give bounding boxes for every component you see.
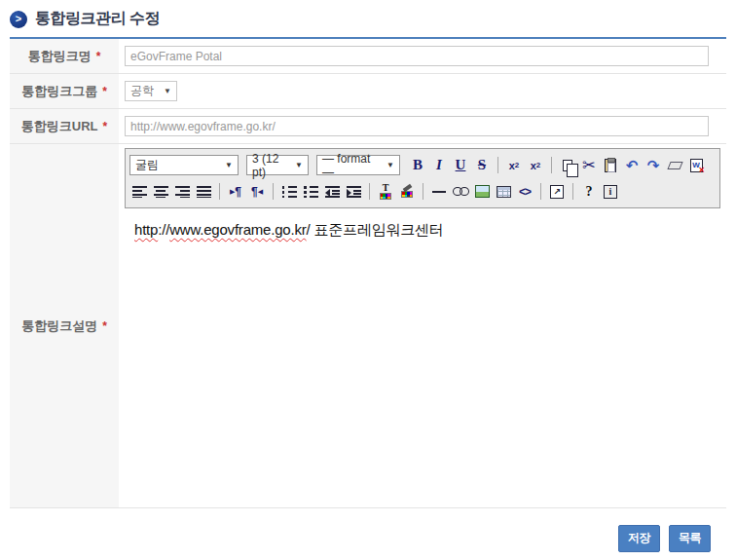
content-text-center-name: 표준프레임워크센터 (311, 221, 444, 238)
toolbar-separator (572, 183, 573, 200)
paragraph-format-select[interactable]: — format — ▼ (316, 155, 400, 175)
subscript-mark: 2 (515, 161, 519, 169)
link-group-selected-option: 공학 (130, 83, 154, 99)
toolbar-separator (273, 183, 274, 200)
link-name-label: 통합링크명 (28, 48, 92, 65)
toolbar-separator (540, 183, 541, 200)
paste-icon[interactable] (601, 155, 620, 175)
page-header: > 통합링크관리 수정 (10, 9, 160, 29)
word-x-mark: × (699, 165, 705, 175)
link-description-label: 통합링크설명 (21, 317, 97, 335)
chevron-down-icon: ▼ (164, 87, 171, 95)
editor-toolbar-row-1: 굴림 ▼ 3 (12 pt) ▼ — format — ▼ (129, 152, 716, 178)
copy-icon[interactable] (558, 155, 577, 175)
form-row-link-url: 통합링크URL * (10, 109, 726, 144)
source-code-icon[interactable]: <> (515, 181, 534, 202)
horizontal-rule-icon[interactable] (429, 181, 449, 202)
action-buttons: 저장 목록 (618, 525, 711, 552)
font-size-value: 3 (12 pt) (252, 152, 290, 179)
link-group-label: 통합링크그룹 (21, 83, 97, 100)
toolbar-separator (369, 183, 370, 200)
link-url-label: 통합링크URL (21, 118, 98, 135)
background-color-icon[interactable] (397, 181, 417, 202)
italic-icon[interactable]: I (429, 155, 449, 175)
ordered-list-icon[interactable] (279, 181, 299, 202)
chevron-down-icon: ▼ (295, 161, 303, 169)
rtl-direction-icon[interactable]: ¶◀ (247, 181, 267, 202)
justify-icon[interactable] (194, 181, 213, 202)
remove-format-icon[interactable] (665, 155, 684, 175)
link-name-value-cell (119, 39, 726, 73)
rtl-triangle: ◀ (258, 188, 263, 196)
about-icon[interactable]: i (601, 181, 620, 202)
link-name-label-cell: 통합링크명 * (10, 39, 119, 73)
form-row-link-description: 통합링크설명 * 굴림 ▼ 3 (12 pt) (10, 144, 726, 508)
outdent-icon[interactable] (322, 181, 342, 202)
toolbar-separator (551, 157, 552, 173)
link-url-label-cell: 통합링크URL * (10, 109, 119, 143)
toolbar-separator (219, 183, 220, 200)
cut-icon[interactable]: ✂ (579, 155, 599, 175)
align-center-icon[interactable] (151, 181, 170, 202)
insert-image-icon[interactable] (472, 181, 492, 202)
clean-word-html-icon[interactable]: W× (686, 155, 706, 175)
required-mark: * (102, 319, 107, 333)
font-size-select[interactable]: 3 (12 pt) ▼ (246, 155, 309, 175)
link-name-input[interactable] (125, 46, 709, 66)
subscript-icon[interactable]: x2 (504, 155, 524, 175)
undo-icon[interactable]: ↶ (622, 155, 642, 175)
title-bullet-icon: > (10, 11, 27, 28)
underline-icon[interactable]: U (451, 155, 470, 175)
font-family-value: 굴림 (135, 157, 159, 173)
popup-editor-icon[interactable]: ↗ (547, 181, 567, 202)
link-url-input[interactable] (125, 116, 709, 136)
form-row-link-name: 통합링크명 * (10, 39, 726, 74)
required-mark: * (96, 50, 101, 63)
list-button[interactable]: 목록 (669, 525, 711, 552)
content-text-http: http (134, 221, 158, 238)
chevron-down-icon: ▼ (386, 161, 394, 169)
form-row-link-group: 통합링크그룹 * 공학 ▼ (10, 74, 726, 109)
link-edit-form: 통합링크명 * 통합링크그룹 * 공학 ▼ 통합링크URL (10, 37, 726, 508)
strikethrough-icon[interactable]: S (472, 155, 492, 175)
align-left-icon[interactable] (129, 181, 149, 202)
content-text-scheme-sep: :// (158, 221, 169, 238)
font-family-select[interactable]: 굴림 ▼ (129, 155, 239, 175)
toolbar-separator (497, 157, 498, 173)
link-description-value-cell: 굴림 ▼ 3 (12 pt) ▼ — format — ▼ (119, 144, 726, 507)
rich-text-editor: 굴림 ▼ 3 (12 pt) ▼ — format — ▼ (125, 148, 720, 501)
editor-toolbar: 굴림 ▼ 3 (12 pt) ▼ — format — ▼ (125, 148, 720, 208)
rtl-pilcrow: ¶ (251, 185, 258, 199)
save-button[interactable]: 저장 (618, 525, 660, 552)
toolbar-separator (423, 183, 423, 200)
bold-icon[interactable]: B (408, 155, 427, 175)
link-group-value-cell: 공학 ▼ (119, 74, 726, 108)
indent-icon[interactable] (344, 181, 363, 202)
paragraph-format-value: — format — (322, 152, 382, 179)
editor-toolbar-row-2: ▶¶ ¶◀ T (129, 178, 716, 205)
superscript-icon[interactable]: x2 (526, 155, 545, 175)
link-url-value-cell (119, 109, 726, 143)
link-edit-page: > 통합링크관리 수정 통합링크명 * 통합링크그룹 * 공학 ▼ (0, 0, 736, 560)
chevron-down-icon: ▼ (225, 161, 233, 169)
text-color-icon[interactable]: T (376, 181, 395, 202)
unordered-list-icon[interactable] (301, 181, 320, 202)
align-right-icon[interactable] (172, 181, 192, 202)
ltr-pilcrow: ¶ (235, 185, 241, 199)
required-mark: * (102, 85, 107, 98)
content-text-domain: www.egovframe.go.kr (169, 221, 306, 238)
superscript-mark: 2 (536, 161, 540, 169)
page-title: 통합링크관리 수정 (35, 9, 160, 29)
redo-icon[interactable]: ↷ (644, 155, 663, 175)
link-description-label-cell: 통합링크설명 * (10, 144, 119, 507)
help-icon[interactable]: ? (579, 181, 599, 202)
link-group-select[interactable]: 공학 ▼ (125, 81, 177, 101)
ltr-direction-icon[interactable]: ▶¶ (226, 181, 245, 202)
insert-link-icon[interactable] (451, 181, 470, 202)
text-color-letter: T (383, 183, 389, 193)
link-group-label-cell: 통합링크그룹 * (10, 74, 119, 108)
required-mark: * (103, 120, 108, 133)
editor-content-area[interactable]: http://www.egovframe.go.kr/ 표준프레임워크센터 (125, 208, 720, 501)
insert-table-icon[interactable] (494, 181, 513, 202)
